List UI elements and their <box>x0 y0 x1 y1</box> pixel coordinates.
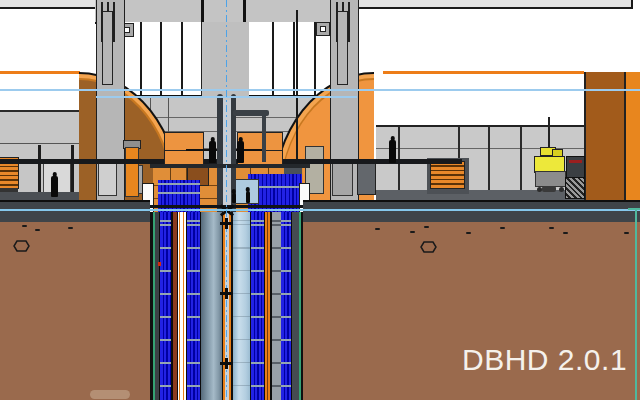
person-silhouette <box>231 189 236 203</box>
soil-symbol-dash <box>549 227 554 229</box>
drill-string-joint-mark <box>220 222 233 225</box>
shaft-layer <box>292 212 299 400</box>
right-edge-brown-band <box>584 72 626 200</box>
watermark-version-label: DBHD 2.0.1 <box>462 343 627 377</box>
soil-symbol-dash <box>35 229 40 231</box>
soil-symbol-dash <box>410 231 415 233</box>
soil-symbol-dash <box>375 228 380 230</box>
roof-joint <box>243 0 246 22</box>
casing-pipe-bundle <box>251 212 264 400</box>
soil-symbol-dash <box>68 227 73 229</box>
person-silhouette <box>388 136 397 163</box>
soil-symbol-dash <box>466 232 471 234</box>
equipment-tracks-hatch <box>566 178 584 198</box>
pylon-truss-line <box>348 2 350 42</box>
earth-smudge <box>90 390 130 399</box>
long-mullion <box>296 10 298 159</box>
window-mullion <box>314 22 316 95</box>
window-mullion <box>293 22 295 95</box>
pylon-door <box>99 164 116 195</box>
shaft-layer <box>301 212 303 400</box>
inner-canister-pipe <box>233 212 250 400</box>
soil-symbol-hexagon <box>13 238 30 256</box>
wall-column <box>488 127 490 192</box>
datum-line-horizontal <box>0 89 640 91</box>
soil-symbol-dash <box>624 232 629 234</box>
machine-wheel <box>559 187 564 192</box>
roofline-right <box>383 71 584 74</box>
casing-pipe-bundle <box>187 212 200 400</box>
arch-dark-door <box>358 164 375 194</box>
soil-symbol-dash <box>500 227 505 229</box>
cad-cross-section-drawing: DBHD 2.0.1 <box>0 0 640 400</box>
wall-column <box>71 145 74 194</box>
facade-detail-box-inner <box>125 28 129 32</box>
ground-slab-left <box>0 200 150 224</box>
datum-line-teal-vertical <box>635 208 637 400</box>
soil-symbol-dash <box>424 226 429 228</box>
casing-pipe-bundle <box>160 212 172 400</box>
shaft-red-marker <box>158 262 161 266</box>
drill-string-joint-mark <box>220 292 233 295</box>
equipment-red-stripe <box>569 160 582 163</box>
drill-string-joint-mark <box>220 362 233 365</box>
machine-body-yellow <box>535 157 564 172</box>
machine-track <box>542 186 556 192</box>
louver-vent-right <box>431 162 464 188</box>
wall-column <box>38 145 41 194</box>
window-mullion <box>272 22 274 95</box>
casing-pipe-bundle <box>281 212 291 400</box>
person-silhouette <box>208 137 217 163</box>
rig-hanger-post <box>262 116 266 162</box>
soil-symbol-hexagon <box>420 239 437 257</box>
roofline-left <box>0 71 80 74</box>
steel-liner-pipe <box>201 212 222 400</box>
person-silhouette <box>50 172 59 197</box>
wall-column <box>520 127 522 192</box>
orange-duct <box>126 148 138 196</box>
rig-mast-left <box>217 94 223 214</box>
pylon-slot-window <box>338 12 347 84</box>
person-silhouette <box>236 137 245 163</box>
pylon-door <box>333 164 352 195</box>
datum-line-teal-tick <box>628 208 640 210</box>
machine-wheel <box>537 187 542 192</box>
ground-slab-right <box>303 200 640 224</box>
window-mullion <box>160 22 162 95</box>
pylon-truss-line <box>113 2 115 42</box>
grout-conduit <box>178 212 186 400</box>
window-mullion <box>181 22 183 95</box>
window-mullion <box>140 22 142 95</box>
datum-line-slab <box>0 209 640 211</box>
roof-joint <box>201 0 204 22</box>
facade-detail-box-inner <box>321 27 325 31</box>
soil-symbol-dash <box>563 232 568 234</box>
window-bay-left <box>123 22 201 97</box>
service-duct <box>272 212 282 400</box>
duct-cap <box>124 141 140 148</box>
hoist-cable <box>548 117 550 150</box>
person-silhouette <box>245 187 250 203</box>
soil-symbol-dash <box>22 225 27 227</box>
platform-center <box>150 164 310 168</box>
pylon-slot-window <box>103 12 112 84</box>
vertical-centerline <box>226 0 228 400</box>
right-edge-orange-band <box>624 72 640 200</box>
machine-base-gray <box>536 172 565 186</box>
